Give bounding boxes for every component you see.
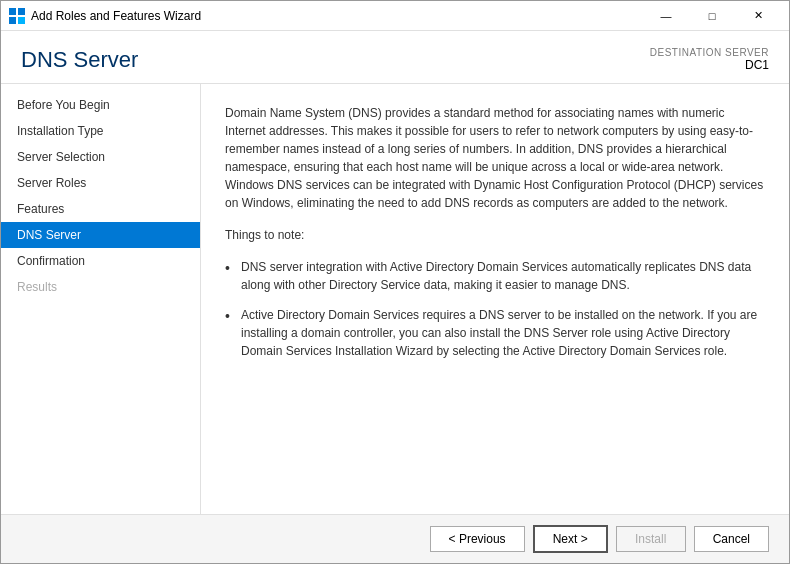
destination-label: DESTINATION SERVER [650, 47, 769, 58]
bullet-item: Active Directory Domain Services require… [225, 300, 765, 366]
sidebar-item-before-you-begin[interactable]: Before You Begin [1, 92, 200, 118]
intro-text: Domain Name System (DNS) provides a stan… [225, 104, 765, 212]
title-bar: Add Roles and Features Wizard — □ ✕ [1, 1, 789, 31]
svg-rect-1 [18, 8, 25, 15]
page-title: DNS Server [21, 47, 138, 73]
main-content: Domain Name System (DNS) provides a stan… [201, 84, 789, 514]
app-icon [9, 8, 25, 24]
content-area: Before You BeginInstallation TypeServer … [1, 84, 789, 514]
destination-server: DC1 [650, 58, 769, 72]
sidebar-item-server-roles[interactable]: Server Roles [1, 170, 200, 196]
destination-info: DESTINATION SERVER DC1 [650, 47, 769, 72]
sidebar-item-features[interactable]: Features [1, 196, 200, 222]
svg-rect-3 [18, 17, 25, 24]
bullet-list: DNS server integration with Active Direc… [225, 252, 765, 366]
sidebar-item-dns-server[interactable]: DNS Server [1, 222, 200, 248]
cancel-button[interactable]: Cancel [694, 526, 769, 552]
header-area: DNS Server DESTINATION SERVER DC1 [1, 31, 789, 84]
things-to-note-label: Things to note: [225, 228, 765, 242]
main-window: Add Roles and Features Wizard — □ ✕ DNS … [0, 0, 790, 564]
bullet-item: DNS server integration with Active Direc… [225, 252, 765, 300]
next-button[interactable]: Next > [533, 525, 608, 553]
install-button[interactable]: Install [616, 526, 686, 552]
svg-rect-0 [9, 8, 16, 15]
previous-button[interactable]: < Previous [430, 526, 525, 552]
svg-rect-2 [9, 17, 16, 24]
maximize-button[interactable]: □ [689, 1, 735, 31]
sidebar-item-confirmation[interactable]: Confirmation [1, 248, 200, 274]
minimize-button[interactable]: — [643, 1, 689, 31]
title-bar-controls: — □ ✕ [643, 1, 781, 31]
sidebar-item-server-selection[interactable]: Server Selection [1, 144, 200, 170]
close-button[interactable]: ✕ [735, 1, 781, 31]
title-bar-text: Add Roles and Features Wizard [31, 9, 643, 23]
footer: < Previous Next > Install Cancel [1, 514, 789, 563]
sidebar-item-results: Results [1, 274, 200, 300]
sidebar-item-installation-type[interactable]: Installation Type [1, 118, 200, 144]
sidebar: Before You BeginInstallation TypeServer … [1, 84, 201, 514]
